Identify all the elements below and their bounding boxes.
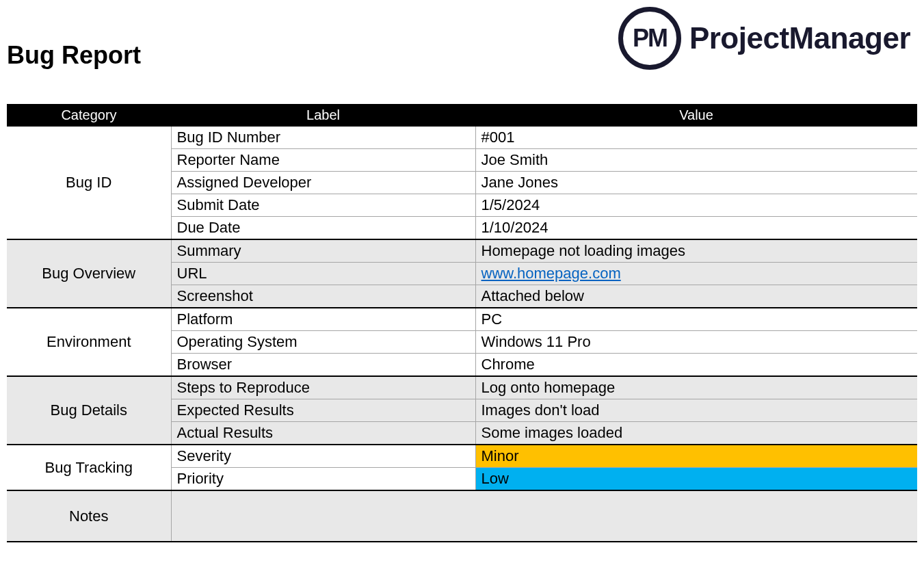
- value-cell: Jane Jones: [475, 172, 917, 194]
- label-cell: Expected Results: [171, 399, 475, 422]
- category-cell: Bug ID: [7, 126, 171, 239]
- label-cell: Bug ID Number: [171, 126, 475, 149]
- table-row: Bug IDBug ID Number#001: [7, 126, 917, 149]
- label-cell: Severity: [171, 445, 475, 468]
- value-cell: Low: [475, 468, 917, 491]
- logo-brand-text: ProjectManager: [689, 21, 910, 55]
- category-cell: Environment: [7, 308, 171, 376]
- category-cell: Bug Details: [7, 376, 171, 445]
- url-link[interactable]: www.homepage.com: [481, 265, 621, 282]
- value-cell: Chrome: [475, 354, 917, 377]
- label-cell: URL: [171, 263, 475, 285]
- label-cell: Due Date: [171, 217, 475, 240]
- label-cell: Platform: [171, 308, 475, 331]
- label-cell: Screenshot: [171, 285, 475, 308]
- value-cell: Images don't load: [475, 399, 917, 422]
- brand-logo: PM ProjectManager: [618, 7, 910, 70]
- notes-category-cell: Notes: [7, 490, 171, 542]
- value-cell: Windows 11 Pro: [475, 331, 917, 354]
- header-label: Label: [171, 105, 475, 126]
- label-cell: Assigned Developer: [171, 172, 475, 194]
- notes-value-cell: [171, 490, 917, 542]
- label-cell: Reporter Name: [171, 149, 475, 172]
- label-cell: Operating System: [171, 331, 475, 354]
- label-cell: Actual Results: [171, 422, 475, 445]
- table-row: Bug DetailsSteps to ReproduceLog onto ho…: [7, 376, 917, 399]
- value-cell: Minor: [475, 445, 917, 468]
- value-cell: 1/10/2024: [475, 217, 917, 240]
- logo-initials: PM: [633, 24, 667, 53]
- header-value: Value: [475, 105, 917, 126]
- value-cell: Joe Smith: [475, 149, 917, 172]
- label-cell: Browser: [171, 354, 475, 377]
- table-header-row: Category Label Value: [7, 105, 917, 126]
- value-cell: Some images loaded: [475, 422, 917, 445]
- table-row: Bug OverviewSummaryHomepage not loading …: [7, 239, 917, 263]
- logo-icon: PM: [618, 7, 681, 70]
- page-title: Bug Report: [7, 41, 141, 70]
- value-cell[interactable]: www.homepage.com: [475, 263, 917, 285]
- label-cell: Priority: [171, 468, 475, 491]
- category-cell: Bug Tracking: [7, 445, 171, 490]
- notes-row: Notes: [7, 490, 917, 542]
- table-row: Bug TrackingSeverityMinor: [7, 445, 917, 468]
- value-cell: Attached below: [475, 285, 917, 308]
- value-cell: #001: [475, 126, 917, 149]
- value-cell: PC: [475, 308, 917, 331]
- category-cell: Bug Overview: [7, 239, 171, 308]
- bug-report-table: Category Label Value Bug IDBug ID Number…: [7, 104, 917, 542]
- table-row: EnvironmentPlatformPC: [7, 308, 917, 331]
- value-cell: Homepage not loading images: [475, 239, 917, 263]
- header-category: Category: [7, 105, 171, 126]
- label-cell: Submit Date: [171, 194, 475, 217]
- document-header: Bug Report PM ProjectManager: [7, 14, 917, 70]
- label-cell: Steps to Reproduce: [171, 376, 475, 399]
- label-cell: Summary: [171, 239, 475, 263]
- value-cell: Log onto homepage: [475, 376, 917, 399]
- value-cell: 1/5/2024: [475, 194, 917, 217]
